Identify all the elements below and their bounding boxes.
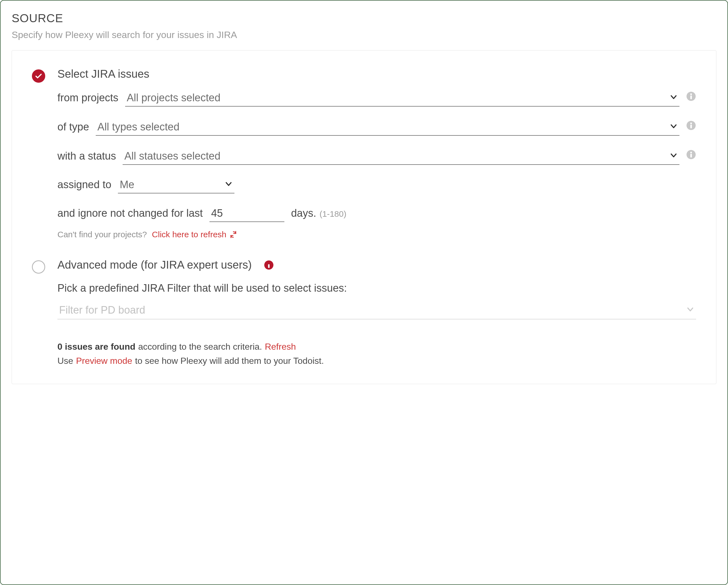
assigned-label: assigned to [57,179,111,190]
projects-info-icon[interactable] [686,91,696,101]
use-prefix: Use [57,356,73,366]
advanced-filter-value: Filter for PD board [59,304,683,316]
refresh-link-label: Click here to refresh [152,230,226,239]
chevron-down-icon [670,151,678,159]
option-simple: Select JIRA issues from projects All pro… [32,68,696,239]
svg-rect-8 [690,154,692,158]
ignore-prefix: and ignore not changed for last [57,207,203,219]
refresh-projects-link[interactable]: Click here to refresh [152,230,237,239]
svg-point-10 [268,262,270,264]
svg-rect-2 [690,96,692,99]
status-label: with a status [57,150,116,162]
issues-found-suffix: according to the search criteria. [138,341,262,352]
ignore-suffix: days. [291,207,316,219]
radio-simple[interactable] [32,69,45,83]
check-icon [35,72,43,80]
chevron-down-icon [670,122,678,130]
advanced-desc: Pick a predefined JIRA Filter that will … [57,282,696,294]
advanced-title: Advanced mode (for JIRA expert users) [57,259,252,271]
refresh-icon [229,230,237,239]
use-suffix: to see how Pleexy will add them to your … [135,356,324,366]
chevron-down-icon [225,180,233,188]
svg-rect-11 [268,264,270,268]
svg-point-4 [690,123,692,124]
assigned-select[interactable]: Me [118,179,234,194]
svg-rect-5 [690,125,692,128]
advanced-filter-select: Filter for PD board [57,304,696,320]
refresh-results-link[interactable]: Refresh [265,341,296,352]
section-subtitle: Specify how Pleexy will search for your … [12,29,716,40]
ignore-hint: (1-180) [320,209,346,219]
assigned-value: Me [120,179,221,190]
chevron-down-icon [670,93,678,101]
advanced-info-icon[interactable] [264,260,274,270]
preview-mode-link[interactable]: Preview mode [76,356,132,366]
ignore-days-input[interactable] [209,207,284,222]
source-panel: Select JIRA issues from projects All pro… [12,50,716,384]
projects-value: All projects selected [127,92,666,104]
issues-found-count: 0 issues are found [57,341,135,352]
section-title: SOURCE [12,12,716,25]
status-select[interactable]: All statuses selected [123,150,679,165]
radio-advanced[interactable] [32,260,45,274]
status-value: All statuses selected [124,150,666,162]
projects-label: from projects [57,92,119,104]
status-info-icon[interactable] [686,150,696,159]
type-select[interactable]: All types selected [96,121,679,136]
svg-point-7 [690,152,692,153]
option-advanced: Advanced mode (for JIRA expert users) Pi… [32,259,696,320]
projects-select[interactable]: All projects selected [125,92,679,107]
simple-title: Select JIRA issues [57,68,696,80]
type-info-icon[interactable] [686,121,696,130]
type-value: All types selected [97,121,666,133]
chevron-down-icon [686,305,695,313]
type-label: of type [57,121,89,133]
refresh-prompt: Can't find your projects? [57,230,147,239]
svg-point-1 [690,94,692,95]
